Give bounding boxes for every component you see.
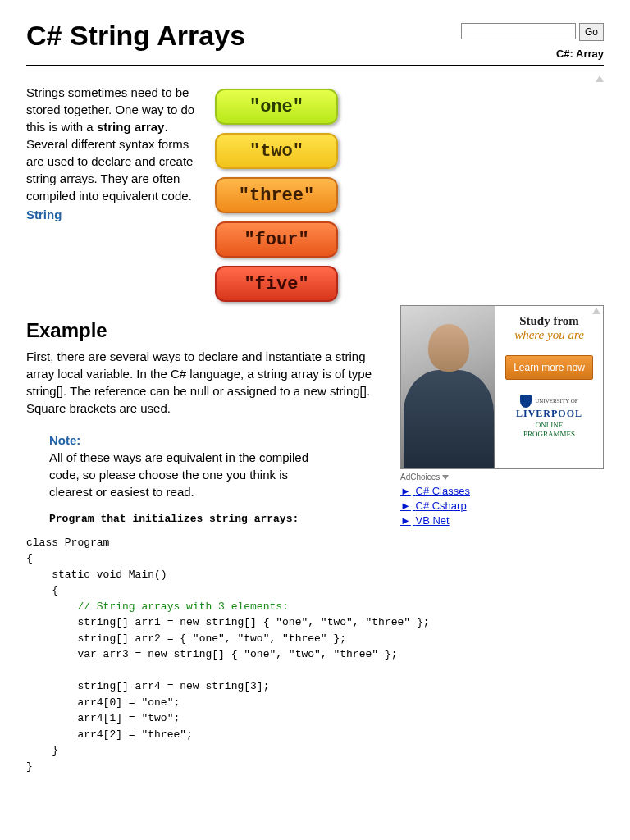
string-link[interactable]: String bbox=[26, 208, 62, 221]
ad-link-csharp-classes[interactable]: ► C# Classes bbox=[400, 485, 604, 497]
note-label: Note: bbox=[49, 431, 328, 449]
note-body: All of these ways are equivalent in the … bbox=[49, 449, 328, 500]
example-body: First, there are several ways to declare… bbox=[26, 348, 387, 417]
pill-four: "four" bbox=[215, 221, 338, 258]
search-input[interactable] bbox=[461, 23, 576, 39]
pill-illustration: "one" "two" "three" "four" "five" bbox=[215, 89, 338, 302]
page-title: C# String Arrays bbox=[26, 20, 245, 52]
ad-learn-more-button[interactable]: Learn more now bbox=[505, 355, 593, 380]
adchoices-label[interactable]: AdChoices bbox=[400, 472, 604, 482]
divider bbox=[26, 65, 604, 66]
pill-five: "five" bbox=[215, 266, 338, 302]
intro-paragraph: Strings sometimes need to be stored toge… bbox=[26, 84, 199, 204]
ad-headline-1: Study from bbox=[502, 314, 596, 328]
pill-one: "one" bbox=[215, 89, 338, 125]
pill-three: "three" bbox=[215, 177, 338, 213]
ad-photo bbox=[401, 306, 495, 468]
ad-marker-icon[interactable] bbox=[26, 75, 604, 84]
pill-two: "two" bbox=[215, 133, 338, 169]
ad-link-vb-net[interactable]: ► VB Net bbox=[400, 514, 604, 527]
shield-icon bbox=[520, 395, 532, 408]
ad-link-csharp-csharp[interactable]: ► C# Csharp bbox=[400, 500, 604, 512]
breadcrumb-lang[interactable]: C# bbox=[556, 48, 570, 60]
breadcrumb-topic[interactable]: Array bbox=[576, 48, 604, 60]
code-block: class Program { static void Main() { // … bbox=[26, 535, 604, 775]
adchoices-icon bbox=[442, 475, 449, 480]
search-go-button[interactable]: Go bbox=[579, 23, 604, 41]
ad-info-icon[interactable] bbox=[592, 308, 600, 316]
ad-university-logo: UNIVERSITY OF LIVERPOOL ONLINEPROGRAMMES bbox=[502, 395, 596, 439]
example-heading: Example bbox=[26, 317, 387, 345]
code-title: Program that initializes string arrays: bbox=[49, 512, 387, 527]
breadcrumb: C#: Array bbox=[556, 48, 604, 60]
sidebar-ad[interactable]: Study from where you are Learn more now … bbox=[400, 305, 604, 469]
ad-headline-2: where you are bbox=[502, 328, 596, 342]
